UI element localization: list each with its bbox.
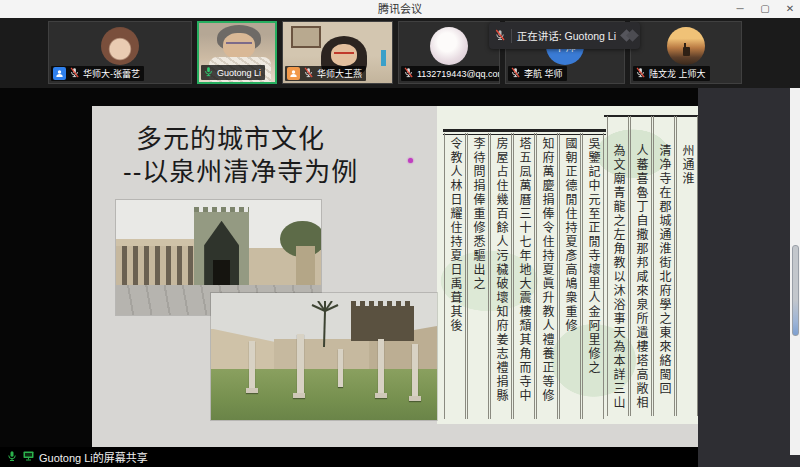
name-tag: 李航 华师 xyxy=(508,66,567,81)
avatar xyxy=(101,27,139,65)
participant-tile-qq[interactable]: 1132719443@qq.com xyxy=(398,21,500,84)
divider xyxy=(511,29,512,43)
presentation-slide: 多元的城市文化 --以泉州清净寺为例 州通淮 清净寺在郡城通淮街北府學之東來絡閩… xyxy=(92,106,698,447)
screen-share-area: 多元的城市文化 --以泉州清净寺为例 州通淮 清净寺在郡城通淮街北府學之東來絡閩… xyxy=(0,88,800,447)
participant-name: 李航 华师 xyxy=(524,67,563,80)
palm-tree xyxy=(310,301,340,347)
minimize-button[interactable]: ─ xyxy=(728,0,752,18)
document-column: 房屋占住幾百餘人污穢破壞知府姜志禮捐縣 xyxy=(490,133,512,419)
avatar xyxy=(667,27,705,65)
name-tag: 华师大王燕 xyxy=(285,66,366,81)
name-tag: 1132719443@qq.com xyxy=(401,66,500,81)
scrollbar-thumb[interactable] xyxy=(792,245,799,336)
person-icon xyxy=(287,67,300,80)
name-tag: Guotong Li xyxy=(201,65,265,80)
document-column: 人蕃喜魯丁自撒那邦咸來泉所遺樓塔高敞相傳 xyxy=(630,116,652,416)
participant-strip: 华师大-张蕾艺 Guotong Li xyxy=(0,18,800,88)
mic-muted-icon xyxy=(303,67,314,80)
speaking-label: 正在讲话: Guotong Li xyxy=(517,28,616,43)
participant-name: 1132719443@qq.com xyxy=(417,69,500,79)
scanned-document: 州通淮 清净寺在郡城通淮街北府學之東來絡閩回 人蕃喜魯丁自撒那邦咸來泉所遺樓塔高… xyxy=(437,106,698,424)
mic-muted-icon xyxy=(510,67,521,80)
document-column: 塔五凨萬曆三十七年地大震樓頹其角而寺中 xyxy=(513,133,535,419)
mic-muted-icon xyxy=(69,67,80,80)
participant-name: Guotong Li xyxy=(217,68,261,78)
meeting-window: 腾讯会议 ─ ▢ ✕ 华师大-张蕾艺 xyxy=(0,0,800,467)
document-column: 為文廟青龍之左角教以沐浴事天為本詳三山 xyxy=(607,116,629,416)
avatar xyxy=(430,27,468,65)
window-titlebar: 腾讯会议 ─ ▢ ✕ xyxy=(0,0,800,19)
share-status-bar: Guotong Li的屏幕共享 xyxy=(0,447,698,467)
participant-tile-luwenlong[interactable]: 陆文龙 上师大 xyxy=(630,21,742,84)
close-button[interactable]: ✕ xyxy=(778,0,800,18)
person-icon xyxy=(53,67,66,80)
mic-on-icon xyxy=(6,448,18,466)
side-panel xyxy=(698,88,800,467)
document-column: 吳鑒記中元至正閒寺壞里人金阿里修之 xyxy=(582,133,604,419)
name-tag: 华师大-张蕾艺 xyxy=(51,66,144,81)
document-column: 知府萬慶捐俸令住持夏眞升教人禮養正等修 xyxy=(536,133,558,419)
name-tag: 陆文龙 上师大 xyxy=(633,66,710,81)
document-column: 州通淮 xyxy=(676,116,698,416)
slide-title-line2: --以泉州清净寺为例 xyxy=(123,151,358,188)
document-column: 國朝正德閒住持夏彥高鳩衆重修 xyxy=(559,133,581,419)
active-speaker-toast: 正在讲话: Guotong Li xyxy=(489,22,640,49)
participant-tile-guotong-li[interactable]: Guotong Li xyxy=(197,21,277,84)
document-column: 令教人林日耀住持夏日禹葺其後 xyxy=(444,133,466,419)
share-status-label: Guotong Li的屏幕共享 xyxy=(39,449,148,465)
photo-courtyard-ruins xyxy=(211,293,437,420)
mic-muted-icon xyxy=(403,67,414,80)
participant-name: 华师大王燕 xyxy=(317,67,362,80)
mic-on-icon xyxy=(203,66,214,79)
maximize-button[interactable]: ▢ xyxy=(753,0,777,18)
document-column: 清净寺在郡城通淮街北府學之東來絡閩回 xyxy=(653,116,675,416)
participant-tile-zhangleiyi[interactable]: 华师大-张蕾艺 xyxy=(48,21,192,84)
screen-share-icon xyxy=(22,448,35,466)
participant-tile-wangyan[interactable]: 华师大王燕 xyxy=(282,21,393,84)
mic-muted-icon xyxy=(635,67,646,80)
layout-switch-icon[interactable] xyxy=(621,28,635,44)
slide-title-line1: 多元的城市文化 xyxy=(136,118,325,155)
laser-pointer-dot xyxy=(408,158,413,163)
window-title: 腾讯会议 xyxy=(378,0,422,18)
participant-name: 陆文龙 上师大 xyxy=(649,67,706,80)
mic-muted-icon xyxy=(494,27,506,45)
document-column: 李待問捐俸重修悉驅出之 xyxy=(467,133,489,419)
participant-name: 华师大-张蕾艺 xyxy=(83,67,140,80)
